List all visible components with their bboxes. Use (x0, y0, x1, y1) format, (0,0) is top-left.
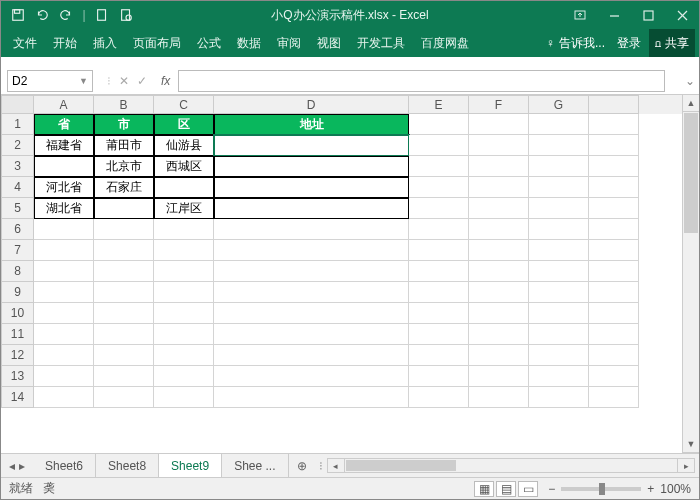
scroll-thumb[interactable] (346, 460, 456, 471)
zoom-slider[interactable] (561, 487, 641, 491)
tab-view[interactable]: 视图 (309, 29, 349, 57)
cell[interactable] (409, 198, 469, 219)
cell[interactable] (409, 261, 469, 282)
tell-me-button[interactable]: ♀告诉我... (540, 29, 611, 57)
maximize-button[interactable] (631, 1, 665, 29)
cell[interactable]: 石家庄 (94, 177, 154, 198)
cell[interactable] (469, 156, 529, 177)
cell[interactable] (589, 156, 639, 177)
cell[interactable] (409, 156, 469, 177)
cell[interactable] (469, 240, 529, 261)
name-box[interactable]: D2 ▼ (7, 70, 93, 92)
tab-baidu[interactable]: 百度网盘 (413, 29, 477, 57)
cell[interactable] (214, 387, 409, 408)
cell[interactable] (154, 387, 214, 408)
cell[interactable] (589, 282, 639, 303)
tab-devtools[interactable]: 开发工具 (349, 29, 413, 57)
cell[interactable] (589, 303, 639, 324)
cell[interactable]: 湖北省 (34, 198, 94, 219)
cell[interactable] (589, 387, 639, 408)
cell[interactable] (589, 324, 639, 345)
cell[interactable] (214, 156, 409, 177)
tab-formulas[interactable]: 公式 (189, 29, 229, 57)
share-button[interactable]: ⩍共享 (649, 29, 695, 57)
row-header[interactable]: 8 (1, 261, 34, 282)
cell[interactable]: 市 (94, 114, 154, 135)
cell[interactable] (214, 303, 409, 324)
cell[interactable]: 省 (34, 114, 94, 135)
cell[interactable] (214, 366, 409, 387)
cell[interactable] (94, 366, 154, 387)
cell[interactable] (469, 198, 529, 219)
cell[interactable]: 河北省 (34, 177, 94, 198)
cell[interactable] (469, 366, 529, 387)
row-header[interactable]: 1 (1, 114, 34, 135)
cell[interactable] (409, 366, 469, 387)
cell[interactable] (154, 261, 214, 282)
zoom-value[interactable]: 100% (660, 482, 691, 496)
cell[interactable] (469, 282, 529, 303)
chevron-down-icon[interactable]: ▼ (79, 76, 88, 86)
cell[interactable] (214, 219, 409, 240)
cell[interactable] (94, 387, 154, 408)
save-button[interactable] (7, 4, 29, 26)
horizontal-scrollbar[interactable]: ◂ ▸ (327, 458, 695, 473)
sheet-tab[interactable]: Sheet8 (96, 454, 159, 477)
tab-file[interactable]: 文件 (5, 29, 45, 57)
cell[interactable] (409, 282, 469, 303)
cell[interactable] (469, 114, 529, 135)
cell[interactable] (214, 198, 409, 219)
cell[interactable] (409, 114, 469, 135)
cell[interactable]: 西城区 (154, 156, 214, 177)
row-header[interactable]: 3 (1, 156, 34, 177)
new-button[interactable] (91, 4, 113, 26)
row-header[interactable]: 7 (1, 240, 34, 261)
add-sheet-button[interactable]: ⊕ (289, 454, 315, 477)
cell[interactable] (529, 114, 589, 135)
cell[interactable] (409, 177, 469, 198)
row-header[interactable]: 4 (1, 177, 34, 198)
tab-home[interactable]: 开始 (45, 29, 85, 57)
cell[interactable] (34, 345, 94, 366)
cell[interactable] (409, 135, 469, 156)
row-header[interactable]: 9 (1, 282, 34, 303)
cell[interactable] (154, 345, 214, 366)
cell[interactable] (589, 135, 639, 156)
zoom-in-button[interactable]: + (647, 482, 654, 496)
col-header[interactable] (589, 95, 639, 114)
scroll-up-button[interactable]: ▲ (683, 95, 699, 112)
row-header[interactable]: 12 (1, 345, 34, 366)
cell[interactable] (469, 387, 529, 408)
cell[interactable]: 地址 (214, 114, 409, 135)
row-header[interactable]: 5 (1, 198, 34, 219)
col-header[interactable]: G (529, 95, 589, 114)
row-header[interactable]: 13 (1, 366, 34, 387)
cell[interactable] (529, 387, 589, 408)
normal-view-button[interactable]: ▦ (474, 481, 494, 497)
cell[interactable] (154, 324, 214, 345)
cell[interactable] (529, 156, 589, 177)
cell[interactable] (94, 345, 154, 366)
cell[interactable] (529, 135, 589, 156)
cell[interactable] (34, 219, 94, 240)
cell[interactable] (214, 240, 409, 261)
pagelayout-view-button[interactable]: ▤ (496, 481, 516, 497)
formula-input[interactable] (178, 70, 665, 92)
cell[interactable]: 莆田市 (94, 135, 154, 156)
cell[interactable] (154, 219, 214, 240)
cell[interactable] (529, 261, 589, 282)
close-button[interactable] (665, 1, 699, 29)
cell[interactable] (409, 219, 469, 240)
col-header[interactable]: D (214, 95, 409, 114)
row-header[interactable]: 10 (1, 303, 34, 324)
tab-data[interactable]: 数据 (229, 29, 269, 57)
cell[interactable] (94, 261, 154, 282)
tab-nav[interactable]: ◂▸ (1, 454, 33, 477)
cell[interactable] (529, 198, 589, 219)
cell[interactable] (154, 240, 214, 261)
cell[interactable]: 北京市 (94, 156, 154, 177)
cell[interactable] (94, 198, 154, 219)
cancel-button[interactable]: ✕ (119, 74, 129, 88)
cell[interactable] (34, 324, 94, 345)
cell[interactable] (589, 219, 639, 240)
